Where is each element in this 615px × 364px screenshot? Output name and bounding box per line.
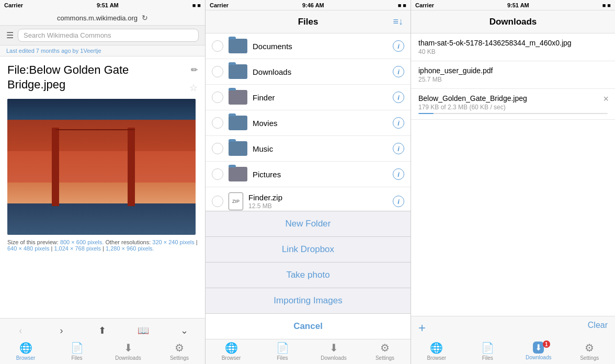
list-item[interactable]: ZIP Finder.zip 12.5 MB i xyxy=(206,187,411,211)
file-radio-downloads[interactable] xyxy=(212,66,223,77)
add-download-button[interactable]: + xyxy=(418,321,426,335)
browser-panel: Carrier 9:51 AM ■ ■ commons.m.wikimedia.… xyxy=(0,0,206,364)
back-button[interactable]: ‹ xyxy=(11,323,30,338)
tab-label: Files xyxy=(277,355,288,361)
file-radio-movies[interactable] xyxy=(212,117,223,129)
downloads-icon: ⬇ xyxy=(124,342,133,354)
file-radio-pictures[interactable] xyxy=(212,168,223,180)
browser-status-bar: Carrier 9:51 AM ■ ■ xyxy=(0,0,205,10)
tab-downloads-label: Downloads xyxy=(115,355,141,361)
file-info-button[interactable]: i xyxy=(393,143,404,154)
files-panel: Carrier 9:46 AM ■ ■ Files ≡↓ Documents i… xyxy=(206,0,411,364)
forward-button[interactable]: › xyxy=(52,323,71,338)
file-name: Music xyxy=(253,144,388,153)
tab-downloads[interactable]: ⬇ Downloads xyxy=(112,342,144,361)
downloads-battery: ■ ■ xyxy=(602,2,611,8)
link-dropbox-button[interactable]: Link Dropbox xyxy=(206,237,411,263)
editor-link[interactable]: 1Veertje xyxy=(80,48,101,54)
files-list: Documents i Downloads i Finder i xyxy=(206,33,411,211)
settings-icon: ⚙ xyxy=(585,342,594,354)
file-radio-documents[interactable] xyxy=(212,40,223,52)
tab-downloads[interactable]: ⬇ Downloads xyxy=(318,342,349,361)
files-title: Files xyxy=(298,17,318,27)
tab-files[interactable]: 📄 Files xyxy=(267,342,298,361)
clear-downloads-button[interactable]: Clear xyxy=(588,321,608,335)
folder-icon xyxy=(229,64,247,79)
tab-files[interactable]: 📄 Files xyxy=(472,342,503,361)
browser-url: commons.m.wikimedia.org xyxy=(57,14,138,22)
tab-settings[interactable]: ⚙ Settings xyxy=(574,342,605,361)
tab-browser[interactable]: 🌐 Browser xyxy=(421,342,452,361)
browser-content: File:Below Golden GateBridge.jpeg ✏ ☆ Si… xyxy=(0,56,205,318)
file-info-button[interactable]: i xyxy=(393,92,404,103)
file-name: Downloads xyxy=(253,67,388,76)
caption-link-800[interactable]: 800 × 600 pixels. xyxy=(60,239,104,245)
browser-carrier: Carrier xyxy=(4,2,23,8)
list-item[interactable]: Downloads i xyxy=(206,59,411,85)
tab-settings[interactable]: ⚙ Settings xyxy=(164,342,195,361)
tab-browser[interactable]: 🌐 Browser xyxy=(215,342,247,361)
list-item[interactable]: Documents i xyxy=(206,33,411,59)
edit-icon[interactable]: ✏ xyxy=(191,65,198,75)
tab-downloads[interactable]: 1 ⬇ Downloads xyxy=(523,342,554,361)
file-info-button[interactable]: i xyxy=(393,117,404,129)
bookmarks-button[interactable]: 📖 xyxy=(134,323,153,338)
search-input[interactable]: Search Wikimedia Commons xyxy=(18,29,199,42)
take-photo-button[interactable]: Take photo xyxy=(206,263,411,288)
list-item[interactable]: Music i xyxy=(206,136,411,162)
cancel-button[interactable]: Cancel xyxy=(206,314,411,339)
settings-icon: ⚙ xyxy=(380,342,390,354)
caption-link-1280[interactable]: 1,280 × 960 pixels. xyxy=(106,245,154,252)
download-filename: tham-sat-5-ok-5178-1436258344_m_460x0.jp… xyxy=(418,39,608,47)
downloads-title: Downloads xyxy=(489,17,537,27)
caption-link-640[interactable]: 640 × 480 pixels xyxy=(7,245,49,252)
download-filesize: 40 KB xyxy=(418,48,608,55)
tab-label: Downloads xyxy=(526,355,551,360)
tab-label: Browser xyxy=(427,355,446,361)
files-icon: 📄 xyxy=(276,342,289,354)
page-title: File:Below Golden GateBridge.jpeg xyxy=(7,63,189,92)
globe-icon: 🌐 xyxy=(430,342,443,354)
file-name-area: Pictures xyxy=(253,170,388,179)
folder-icon xyxy=(229,90,247,105)
file-info-button[interactable]: i xyxy=(393,196,404,207)
tab-browser[interactable]: 🌐 Browser xyxy=(10,342,41,361)
downloads-badge: 1 xyxy=(543,340,550,348)
file-radio-music[interactable] xyxy=(212,143,223,154)
tab-settings[interactable]: ⚙ Settings xyxy=(369,342,401,361)
file-name-area: Documents xyxy=(253,42,388,51)
file-name-area: Movies xyxy=(253,119,388,128)
close-download-button[interactable]: × xyxy=(603,94,609,104)
files-time: 9:46 AM xyxy=(302,2,324,8)
caption-link-1024[interactable]: 1,024 × 768 pixels xyxy=(54,245,101,252)
importing-images-button[interactable]: Importing Images xyxy=(206,288,411,314)
share-button[interactable]: ⬆ xyxy=(93,323,112,338)
file-radio-finder[interactable] xyxy=(212,92,223,103)
tab-label: Browser xyxy=(222,355,241,361)
file-radio-zip[interactable] xyxy=(212,196,223,207)
list-item[interactable]: Finder i xyxy=(206,85,411,110)
tabs-button[interactable]: ⌄ xyxy=(175,323,194,338)
bridge-image xyxy=(7,99,196,235)
file-info-button[interactable]: i xyxy=(393,168,404,180)
file-info-button[interactable]: i xyxy=(393,40,404,52)
download-filesize: 25.7 MB xyxy=(418,76,608,83)
new-folder-button[interactable]: New Folder xyxy=(206,211,411,237)
refresh-button[interactable]: ↻ xyxy=(142,14,148,22)
file-name-area: Downloads xyxy=(253,67,388,76)
file-name-area: Music xyxy=(253,144,388,153)
hamburger-menu-icon[interactable]: ☰ xyxy=(6,30,14,40)
browser-footer: ‹ › ⬆ 📖 ⌄ 🌐 Browser 📄 Files ⬇ Downloads … xyxy=(0,318,205,364)
list-item[interactable]: Pictures i xyxy=(206,162,411,187)
browser-time: 9:51 AM xyxy=(97,2,119,8)
downloads-status-bar: Carrier 9:51 AM ■ ■ xyxy=(411,0,615,10)
tab-files[interactable]: 📄 Files xyxy=(61,342,93,361)
download-item: iphone_user_guide.pdf 25.7 MB xyxy=(411,61,615,89)
download-filesize: 179 KB of 2.3 MB (60 KB / sec) xyxy=(418,104,608,111)
file-info-button[interactable]: i xyxy=(393,66,404,77)
list-item[interactable]: Movies i xyxy=(206,110,411,136)
star-icon[interactable]: ☆ xyxy=(189,82,198,94)
sort-icon[interactable]: ≡↓ xyxy=(393,16,403,27)
action-sheet: New Folder Link Dropbox Take photo Impor… xyxy=(206,211,411,339)
caption-link-320[interactable]: 320 × 240 pixels xyxy=(152,239,194,245)
